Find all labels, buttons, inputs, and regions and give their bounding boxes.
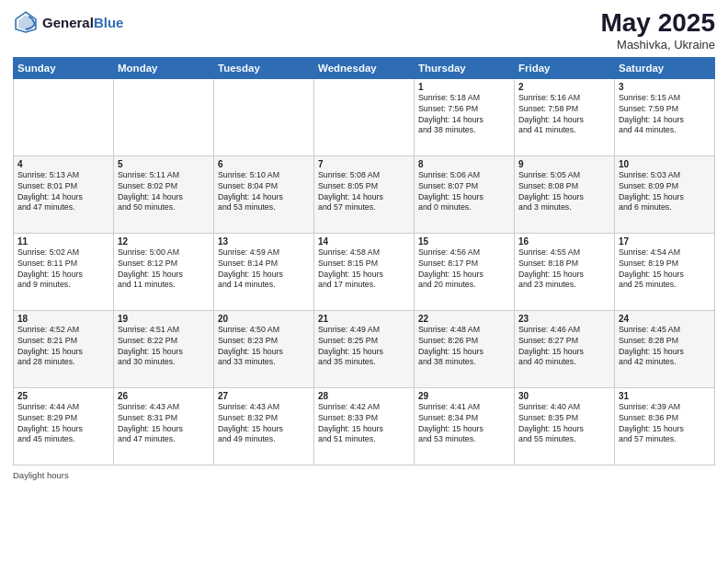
calendar-cell: 3Sunrise: 5:15 AM Sunset: 7:59 PM Daylig… [615,78,715,155]
col-header-wednesday: Wednesday [314,57,415,78]
day-number: 7 [318,159,410,169]
cell-content: Sunrise: 4:51 AM Sunset: 8:22 PM Dayligh… [118,325,210,369]
cell-content: Sunrise: 5:05 AM Sunset: 8:08 PM Dayligh… [518,170,610,214]
cell-content: Sunrise: 4:39 AM Sunset: 8:36 PM Dayligh… [619,402,711,446]
calendar-cell [214,78,314,155]
calendar-cell: 19Sunrise: 4:51 AM Sunset: 8:22 PM Dayli… [114,310,214,387]
col-header-monday: Monday [114,57,214,78]
day-number: 19 [118,314,210,324]
cell-content: Sunrise: 5:08 AM Sunset: 8:05 PM Dayligh… [318,170,410,214]
col-header-saturday: Saturday [615,57,715,78]
cell-content: Sunrise: 4:41 AM Sunset: 8:34 PM Dayligh… [418,402,510,446]
logo-icon [13,9,39,35]
cell-content: Sunrise: 4:46 AM Sunset: 8:27 PM Dayligh… [518,325,610,369]
calendar-cell: 31Sunrise: 4:39 AM Sunset: 8:36 PM Dayli… [615,387,715,465]
calendar-week-2: 11Sunrise: 5:02 AM Sunset: 8:11 PM Dayli… [14,233,715,310]
cell-content: Sunrise: 4:54 AM Sunset: 8:19 PM Dayligh… [619,247,711,292]
day-number: 11 [17,236,109,247]
calendar-week-4: 25Sunrise: 4:44 AM Sunset: 8:29 PM Dayli… [14,387,715,465]
cell-content: Sunrise: 4:49 AM Sunset: 8:25 PM Dayligh… [318,325,410,369]
cell-content: Sunrise: 4:45 AM Sunset: 8:28 PM Dayligh… [619,325,711,369]
cell-content: Sunrise: 4:43 AM Sunset: 8:32 PM Dayligh… [218,402,310,446]
cell-content: Sunrise: 4:44 AM Sunset: 8:29 PM Dayligh… [17,402,109,446]
calendar-header-row: SundayMondayTuesdayWednesdayThursdayFrid… [14,57,715,78]
day-number: 21 [318,314,410,324]
calendar-cell: 13Sunrise: 4:59 AM Sunset: 8:14 PM Dayli… [214,233,314,310]
day-number: 18 [17,314,109,324]
calendar-cell: 11Sunrise: 5:02 AM Sunset: 8:11 PM Dayli… [14,233,114,310]
calendar-cell: 17Sunrise: 4:54 AM Sunset: 8:19 PM Dayli… [615,233,715,310]
calendar-cell: 26Sunrise: 4:43 AM Sunset: 8:31 PM Dayli… [114,387,214,465]
calendar-cell [114,78,214,155]
day-number: 30 [518,391,610,401]
cell-content: Sunrise: 5:03 AM Sunset: 8:09 PM Dayligh… [619,170,711,214]
cell-content: Sunrise: 4:50 AM Sunset: 8:23 PM Dayligh… [218,325,310,369]
cell-content: Sunrise: 4:52 AM Sunset: 8:21 PM Dayligh… [17,325,109,369]
cell-content: Sunrise: 5:16 AM Sunset: 7:58 PM Dayligh… [518,93,610,137]
day-number: 28 [318,391,410,401]
calendar-cell: 16Sunrise: 4:55 AM Sunset: 8:18 PM Dayli… [515,233,615,310]
day-number: 5 [118,159,210,169]
calendar-cell: 1Sunrise: 5:18 AM Sunset: 7:56 PM Daylig… [415,78,515,155]
calendar-cell: 22Sunrise: 4:48 AM Sunset: 8:26 PM Dayli… [415,310,515,387]
month-title: May 2025 [600,9,715,38]
day-number: 6 [218,159,310,169]
calendar-cell: 7Sunrise: 5:08 AM Sunset: 8:05 PM Daylig… [314,155,415,233]
calendar-cell: 2Sunrise: 5:16 AM Sunset: 7:58 PM Daylig… [515,78,615,155]
cell-content: Sunrise: 4:58 AM Sunset: 8:15 PM Dayligh… [318,247,410,292]
day-number: 10 [619,159,711,169]
calendar-cell: 21Sunrise: 4:49 AM Sunset: 8:25 PM Dayli… [314,310,415,387]
col-header-tuesday: Tuesday [214,57,314,78]
cell-content: Sunrise: 4:56 AM Sunset: 8:17 PM Dayligh… [418,247,510,292]
calendar-cell: 25Sunrise: 4:44 AM Sunset: 8:29 PM Dayli… [14,387,114,465]
calendar-table: SundayMondayTuesdayWednesdayThursdayFrid… [13,57,715,465]
calendar-cell: 15Sunrise: 4:56 AM Sunset: 8:17 PM Dayli… [415,233,515,310]
page: GeneralBlue May 2025 Mashivka, Ukraine S… [0,0,728,563]
calendar-cell: 9Sunrise: 5:05 AM Sunset: 8:08 PM Daylig… [515,155,615,233]
cell-content: Sunrise: 4:40 AM Sunset: 8:35 PM Dayligh… [518,402,610,446]
location: Mashivka, Ukraine [600,38,715,52]
day-number: 22 [418,314,510,324]
day-number: 12 [118,236,210,247]
day-number: 8 [418,159,510,169]
logo: GeneralBlue [13,9,123,35]
calendar-cell: 29Sunrise: 4:41 AM Sunset: 8:34 PM Dayli… [415,387,515,465]
calendar-cell: 23Sunrise: 4:46 AM Sunset: 8:27 PM Dayli… [515,310,615,387]
cell-content: Sunrise: 5:13 AM Sunset: 8:01 PM Dayligh… [17,170,109,214]
col-header-sunday: Sunday [14,57,114,78]
calendar-body: 1Sunrise: 5:18 AM Sunset: 7:56 PM Daylig… [14,78,715,465]
calendar-week-0: 1Sunrise: 5:18 AM Sunset: 7:56 PM Daylig… [14,78,715,155]
cell-content: Sunrise: 4:42 AM Sunset: 8:33 PM Dayligh… [318,402,410,446]
col-header-friday: Friday [515,57,615,78]
calendar-cell: 24Sunrise: 4:45 AM Sunset: 8:28 PM Dayli… [615,310,715,387]
calendar-week-1: 4Sunrise: 5:13 AM Sunset: 8:01 PM Daylig… [14,155,715,233]
calendar-cell [314,78,415,155]
cell-content: Sunrise: 5:15 AM Sunset: 7:59 PM Dayligh… [619,93,711,137]
day-number: 1 [418,82,510,92]
calendar-cell: 12Sunrise: 5:00 AM Sunset: 8:12 PM Dayli… [114,233,214,310]
day-number: 20 [218,314,310,324]
calendar-cell: 27Sunrise: 4:43 AM Sunset: 8:32 PM Dayli… [214,387,314,465]
footer-label: Daylight hours [13,470,69,480]
footer: Daylight hours [13,470,715,480]
day-number: 17 [619,236,711,247]
calendar-cell: 4Sunrise: 5:13 AM Sunset: 8:01 PM Daylig… [14,155,114,233]
day-number: 9 [518,159,610,169]
day-number: 26 [118,391,210,401]
logo-text: GeneralBlue [42,15,123,30]
day-number: 13 [218,236,310,247]
cell-content: Sunrise: 5:11 AM Sunset: 8:02 PM Dayligh… [118,170,210,214]
calendar-cell: 5Sunrise: 5:11 AM Sunset: 8:02 PM Daylig… [114,155,214,233]
calendar-cell: 6Sunrise: 5:10 AM Sunset: 8:04 PM Daylig… [214,155,314,233]
calendar-cell [14,78,114,155]
day-number: 14 [318,236,410,247]
col-header-thursday: Thursday [415,57,515,78]
day-number: 23 [518,314,610,324]
cell-content: Sunrise: 4:48 AM Sunset: 8:26 PM Dayligh… [418,325,510,369]
cell-content: Sunrise: 5:02 AM Sunset: 8:11 PM Dayligh… [17,247,109,292]
header: GeneralBlue May 2025 Mashivka, Ukraine [13,9,715,52]
day-number: 29 [418,391,510,401]
calendar-cell: 18Sunrise: 4:52 AM Sunset: 8:21 PM Dayli… [14,310,114,387]
cell-content: Sunrise: 4:43 AM Sunset: 8:31 PM Dayligh… [118,402,210,446]
calendar-cell: 14Sunrise: 4:58 AM Sunset: 8:15 PM Dayli… [314,233,415,310]
